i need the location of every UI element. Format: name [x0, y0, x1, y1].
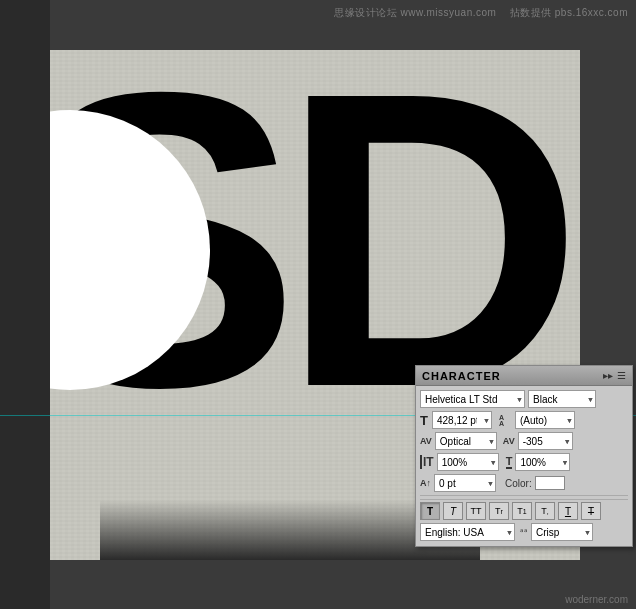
baseline-icon: A↑ [420, 478, 431, 488]
svg-text:A: A [499, 420, 504, 427]
tracking-icon: AV [503, 436, 515, 446]
font-family-wrapper: Helvetica LT Std ▼ [420, 390, 525, 408]
baseline-color-row: A↑ 0 pt ▼ Color: [420, 474, 628, 492]
size-wrapper: 428,12 pt ▼ [432, 411, 492, 429]
smallcaps-style-button[interactable]: Tr [489, 502, 509, 520]
strikethrough-style-button[interactable]: T [581, 502, 601, 520]
size-leading-row: T 428,12 pt ▼ A A (Auto) [420, 411, 628, 429]
kerning-tracking-row: AV Optical ▼ AV -305 ▼ [420, 432, 628, 450]
language-wrapper: English: USA ▼ [420, 523, 515, 541]
panel-divider [420, 495, 628, 496]
underline-style-button[interactable]: T [558, 502, 578, 520]
kerning-wrapper: Optical ▼ [435, 432, 497, 450]
watermark-right: 拈数提供 pbs.16xxc.com [510, 7, 628, 18]
font-family-select[interactable]: Helvetica LT Std [420, 390, 525, 408]
tracking-wrapper: -305 ▼ [518, 432, 573, 450]
panel-header-icons: ▸▸ ☰ [603, 370, 626, 381]
baseline-wrapper: 0 pt ▼ [434, 474, 496, 492]
color-swatch[interactable] [535, 476, 565, 490]
watermark: 思缘设计论坛 www.missyuan.com 拈数提供 pbs.16xxc.c… [334, 6, 628, 20]
kerning-icon: AV [420, 436, 432, 446]
leading-select[interactable]: (Auto) [515, 411, 575, 429]
scale-row: IT 100% ▼ T 100% ▼ [420, 453, 628, 471]
horizontal-scale-select[interactable]: 100% [515, 453, 570, 471]
vertical-scale-select[interactable]: 100% [437, 453, 499, 471]
panel-menu-icon[interactable]: ☰ [617, 370, 626, 381]
size-icon: T [420, 413, 428, 428]
antialias-select[interactable]: Crisp [531, 523, 593, 541]
language-select[interactable]: English: USA [420, 523, 515, 541]
language-row: English: USA ▼ ᵃᵃ Crisp ▼ [420, 523, 628, 541]
panel-collapse-icon[interactable]: ▸▸ [603, 370, 613, 381]
italic-style-button[interactable]: T [443, 502, 463, 520]
font-size-select[interactable]: 428,12 pt [432, 411, 492, 429]
leading-icon: A A [498, 413, 512, 427]
allcaps-style-button[interactable]: TT [466, 502, 486, 520]
leading-wrapper: (Auto) ▼ [515, 411, 575, 429]
sub-style-button[interactable]: T, [535, 502, 555, 520]
antialias-wrapper: Crisp ▼ [531, 523, 593, 541]
canvas-area: 思缘设计论坛 www.missyuan.com 拈数提供 pbs.16xxc.c… [0, 0, 636, 609]
baseline-select[interactable]: 0 pt [434, 474, 496, 492]
font-row: Helvetica LT Std ▼ Black ▼ [420, 390, 628, 408]
color-label: Color: [505, 478, 532, 489]
panel-body: Helvetica LT Std ▼ Black ▼ T 428,12 p [416, 386, 632, 546]
kerning-select[interactable]: Optical [435, 432, 497, 450]
dark-left-strip [0, 0, 50, 609]
bold-style-button[interactable]: T [420, 502, 440, 520]
watermark-left: 思缘设计论坛 www.missyuan.com [334, 7, 496, 18]
vertical-scale-icon: IT [420, 455, 434, 469]
super-style-button[interactable]: T1 [512, 502, 532, 520]
horizontal-scale-icon: T [506, 455, 513, 469]
font-style-select[interactable]: Black [528, 390, 596, 408]
bottom-watermark: woderner.com [565, 594, 628, 605]
panel-header: CHARACTER ▸▸ ☰ [416, 366, 632, 386]
vertical-scale-wrapper: 100% ▼ [437, 453, 499, 471]
style-buttons-row: T T TT Tr T1 T, T T [420, 499, 628, 520]
aa-icon: ᵃᵃ [520, 527, 528, 537]
panel-title: CHARACTER [422, 370, 501, 382]
horizontal-scale-wrapper: 100% ▼ [515, 453, 570, 471]
tracking-select[interactable]: -305 [518, 432, 573, 450]
font-style-wrapper: Black ▼ [528, 390, 596, 408]
character-panel: CHARACTER ▸▸ ☰ Helvetica LT Std ▼ Black [415, 365, 633, 547]
